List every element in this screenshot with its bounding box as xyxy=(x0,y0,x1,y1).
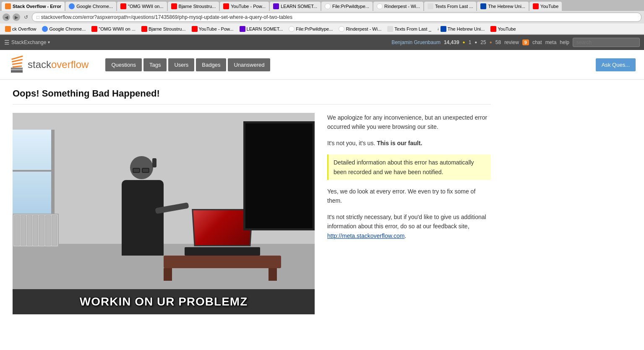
bookmark-rinder[interactable]: Rinderpest - Wi... xyxy=(336,25,384,33)
bookmark-label-yt-pow: YouTube - Pow... xyxy=(199,26,234,31)
gold-badge-dot: ● xyxy=(463,40,465,44)
help-link[interactable]: help xyxy=(560,39,569,45)
radiator xyxy=(13,214,59,247)
tab-label-yt-pow: YouTube - Pow... xyxy=(231,4,266,9)
tab-favicon-yt4 xyxy=(533,3,539,9)
svg-rect-2 xyxy=(13,65,22,68)
tab-favicon-wiki1 xyxy=(325,3,331,9)
tab-file[interactable]: File:PrPwildtype... xyxy=(321,2,373,11)
error-image-scene xyxy=(13,113,315,314)
error-image-container: WORKIN ON UR PROBLEMZ xyxy=(13,113,315,314)
stackexchange-link[interactable]: StackExchange xyxy=(11,39,46,45)
error-paragraph-3: Yes, we do look at every error. We even … xyxy=(327,187,491,206)
address-bar-row: ◀ ▶ ↺ □ stackoverflow.com/error?aspxerro… xyxy=(0,11,644,24)
tab-texts[interactable]: Texts From Last ... xyxy=(424,2,476,11)
stackexchange-dropdown-arrow-icon[interactable]: ▾ xyxy=(48,40,50,44)
tab-omg[interactable]: "OMG WWII on... xyxy=(117,2,167,11)
tab-bjarne[interactable]: Bjarne Stroustru... xyxy=(168,2,219,11)
nav-tags-button[interactable]: Tags xyxy=(143,58,167,71)
tab-favicon-wiki2 xyxy=(377,3,383,9)
address-lock-icon: □ xyxy=(37,15,39,20)
bm-icon-yt2 xyxy=(141,26,147,32)
paragraph2-bold: This is our fault. xyxy=(377,140,422,146)
bookmark-file[interactable]: File:PrPwildtype... xyxy=(286,25,335,33)
review-link[interactable]: review xyxy=(504,39,519,45)
tab-favicon-yt1 xyxy=(120,3,126,9)
so-header: stackoverflow Questions Tags Users Badge… xyxy=(0,50,644,80)
image-caption: WORKIN ON UR PROBLEMZ xyxy=(13,289,315,314)
highlighted-text: Detailed information about this error ha… xyxy=(334,159,474,175)
nav-questions-button[interactable]: Questions xyxy=(105,58,142,71)
tab-favicon-so xyxy=(5,3,11,9)
so-logo-icon xyxy=(8,54,25,75)
tab-favicon-texts xyxy=(428,3,433,9)
bookmark-chrome[interactable]: Google Chrome... xyxy=(39,25,88,33)
paragraph4-prefix: It's not strictly necessary, but if you'… xyxy=(327,214,486,230)
error-title: Oops! Something Bad Happened! xyxy=(13,88,491,104)
svg-rect-0 xyxy=(11,70,23,73)
paragraph4-suffix: . xyxy=(404,232,406,239)
error-text-panel: We apologize for any inconvenience, but … xyxy=(327,113,491,247)
meta-link[interactable]: meta xyxy=(545,39,557,45)
tab-chrome[interactable]: Google Chrome... xyxy=(65,2,116,11)
bronze-badge-count: 58 xyxy=(495,39,501,45)
silver-badge-count: 25 xyxy=(480,39,486,45)
nav-badges-button[interactable]: Badges xyxy=(196,58,226,71)
notification-badge[interactable]: 9 xyxy=(522,39,529,45)
bookmark-youtube[interactable]: YouTube xyxy=(488,25,518,33)
so-logo[interactable]: stackoverflow xyxy=(8,54,89,75)
error-paragraph-2: It's not you, it's us. This is our fault… xyxy=(327,138,491,148)
bookmark-label-omg: "OMG WWII on ... xyxy=(99,26,136,31)
bookmark-learn[interactable]: LEARN SOMET... xyxy=(237,25,286,33)
tab-label-active: Stack Overflow - Error xyxy=(13,4,61,9)
laptop-base xyxy=(185,247,260,256)
tab-learn[interactable]: LEARN SOMET... xyxy=(270,2,321,11)
topbar-right: Benjamin Gruenbaum 14,439 ● 1 ● 25 ● 58 … xyxy=(391,38,640,47)
so-topbar: ☰ StackExchange ▾ Benjamin Gruenbaum 14,… xyxy=(0,35,644,50)
bookmark-bjarne[interactable]: Bjarne Stroustru... xyxy=(139,25,188,33)
username-link[interactable]: Benjamin Gruenbaum xyxy=(391,39,441,45)
tab-label-file: File:PrPwildtype... xyxy=(332,4,369,9)
tab-rinder[interactable]: Rinderpest - Wi... xyxy=(373,2,423,11)
table-leg-right xyxy=(164,268,172,281)
nav-users-button[interactable]: Users xyxy=(168,58,194,71)
so-logo-text: stackoverflow xyxy=(28,59,89,71)
bookmark-yt-pow[interactable]: YouTube - Pow... xyxy=(189,25,236,33)
search-input[interactable] xyxy=(573,38,640,47)
tab-yt-pow[interactable]: YouTube - Pow... xyxy=(220,2,269,11)
logo-text-overflow: overflow xyxy=(51,59,89,71)
tab-youtube[interactable]: YouTube xyxy=(529,2,562,11)
hamburger-icon[interactable]: ☰ xyxy=(4,39,10,46)
bm-icon-so xyxy=(5,26,11,32)
chat-link[interactable]: chat xyxy=(532,39,542,45)
main-content: Oops! Something Bad Happened! xyxy=(0,80,503,323)
forward-button[interactable]: ▶ xyxy=(13,13,20,21)
tab-hebrew[interactable]: The Hebrew Uni... xyxy=(477,2,529,11)
bm-icon-chrome xyxy=(42,26,48,32)
bookmark-label-youtube: YouTube xyxy=(498,26,516,31)
tab-label-rinder: Rinderpest - Wi... xyxy=(384,4,420,9)
bookmark-omg[interactable]: "OMG WWII on ... xyxy=(89,25,138,33)
bm-icon-yt4 xyxy=(490,26,496,32)
person-silhouette xyxy=(122,156,164,256)
tab-label-chrome: Google Chrome... xyxy=(76,4,113,9)
table-top xyxy=(164,256,281,268)
back-button[interactable]: ◀ xyxy=(3,13,10,21)
tab-label-omg: "OMG WWII on... xyxy=(128,4,164,9)
nav-unanswered-button[interactable]: Unanswered xyxy=(228,58,270,71)
logo-text-start: stack xyxy=(28,59,51,71)
bookmark-texts[interactable]: Texts From Last _ xyxy=(385,25,433,33)
tab-label-learn: LEARN SOMET... xyxy=(281,4,317,9)
address-bar[interactable]: □ stackoverflow.com/error?aspxerrorpath=… xyxy=(32,13,641,22)
refresh-button[interactable]: ↺ xyxy=(23,14,29,21)
active-tab[interactable]: Stack Overflow - Error xyxy=(2,2,65,11)
table-leg-left xyxy=(269,268,277,281)
ask-question-button[interactable]: Ask Ques... xyxy=(596,58,636,71)
feedback-link[interactable]: http://meta.stackoverflow.com xyxy=(327,232,404,239)
tab-favicon-y xyxy=(273,3,279,9)
error-paragraph-4: It's not strictly necessary, but if you'… xyxy=(327,212,491,240)
browser-chrome: Stack Overflow - Error Google Chrome... … xyxy=(0,0,644,35)
bookmark-overflow[interactable]: ck Overflow xyxy=(3,25,39,33)
silver-badge-dot: ● xyxy=(475,40,477,44)
bookmark-hebrew[interactable]: ↓ The Hebrew Uni... xyxy=(435,25,488,33)
